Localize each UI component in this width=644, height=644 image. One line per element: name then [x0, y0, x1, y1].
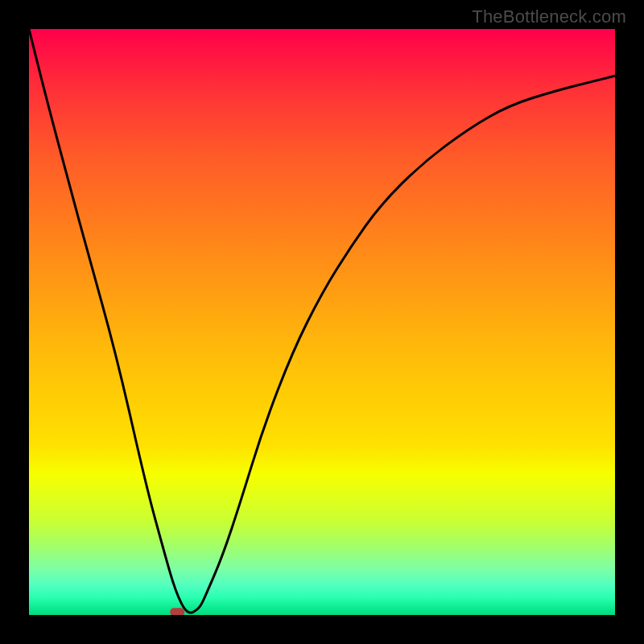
chart-plot-area [29, 29, 615, 615]
chart-svg [29, 29, 615, 615]
watermark-text: TheBottleneck.com [472, 6, 626, 27]
chart-curve [29, 29, 615, 613]
chart-frame: TheBottleneck.com [0, 0, 644, 644]
min-point-marker [170, 608, 184, 615]
